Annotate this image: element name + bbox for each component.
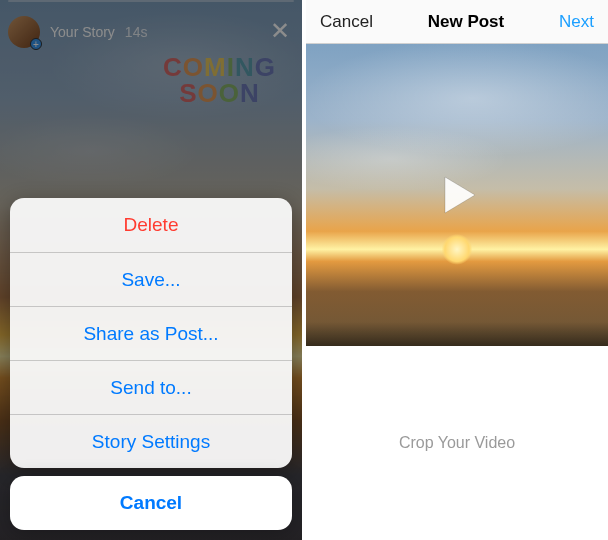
svg-marker-0 (445, 177, 475, 213)
cancel-button[interactable]: Cancel (320, 12, 373, 32)
action-sheet: DeleteSave...Share as Post...Send to...S… (10, 198, 292, 530)
new-post-header: Cancel New Post Next (306, 0, 608, 44)
action-sheet-cancel-button[interactable]: Cancel (10, 476, 292, 530)
next-button[interactable]: Next (559, 12, 594, 32)
action-sheet-item-delete[interactable]: Delete (10, 198, 292, 252)
story-view-screen: + Your Story 14s ✕ COMING SOON DeleteSav… (0, 0, 302, 540)
action-sheet-group: DeleteSave...Share as Post...Send to...S… (10, 198, 292, 468)
crop-your-video-label: Crop Your Video (399, 434, 515, 452)
action-sheet-item-send-to[interactable]: Send to... (10, 360, 292, 414)
new-post-screen: Cancel New Post Next Crop Your Video (306, 0, 608, 540)
page-title: New Post (428, 12, 505, 32)
action-sheet-item-story-settings[interactable]: Story Settings (10, 414, 292, 468)
play-icon[interactable] (431, 169, 483, 221)
action-sheet-item-save[interactable]: Save... (10, 252, 292, 306)
crop-area: Crop Your Video (306, 346, 608, 540)
video-preview[interactable] (306, 44, 608, 346)
action-sheet-item-share-as-post[interactable]: Share as Post... (10, 306, 292, 360)
